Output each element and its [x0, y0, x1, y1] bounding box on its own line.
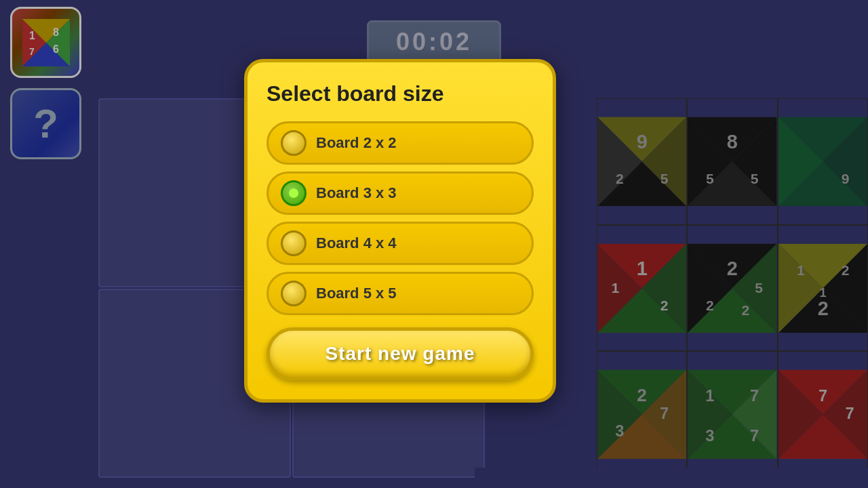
radio-3x3: [281, 180, 307, 206]
start-game-button[interactable]: Start new game: [267, 327, 534, 380]
radio-2x2: [281, 130, 307, 156]
dialog-overlay: Select board size Board 2 x 2 Board 3 x …: [0, 0, 868, 488]
option-3x3-label: Board 3 x 3: [316, 184, 397, 202]
option-2x2-label: Board 2 x 2: [316, 134, 397, 152]
option-5x5-label: Board 5 x 5: [316, 285, 397, 302]
option-5x5[interactable]: Board 5 x 5: [267, 272, 534, 315]
radio-4x4: [281, 230, 307, 256]
option-3x3[interactable]: Board 3 x 3: [267, 171, 534, 215]
option-4x4[interactable]: Board 4 x 4: [267, 222, 534, 265]
radio-5x5: [281, 281, 307, 306]
option-4x4-label: Board 4 x 4: [316, 235, 397, 252]
option-2x2[interactable]: Board 2 x 2: [267, 121, 534, 165]
dialog-title: Select board size: [267, 81, 534, 106]
board-size-dialog: Select board size Board 2 x 2 Board 3 x …: [244, 59, 556, 403]
